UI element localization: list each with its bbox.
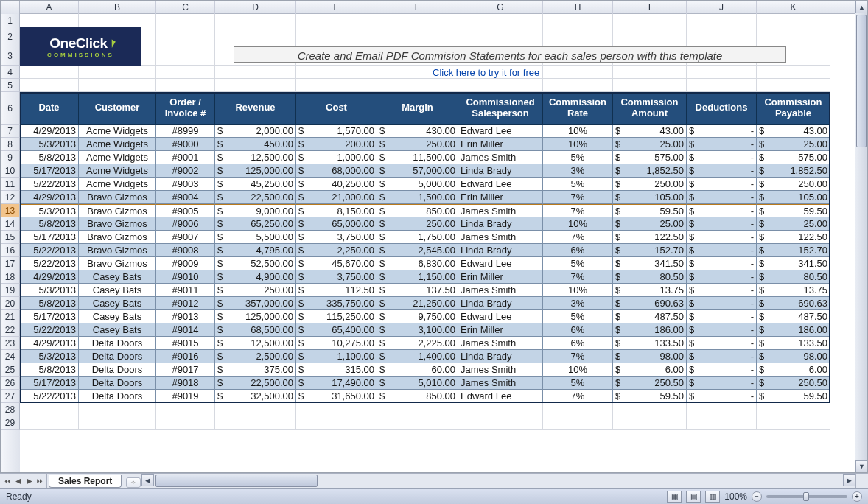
row-header-23[interactable]: 23: [1, 337, 20, 350]
cell[interactable]: #9010: [156, 270, 215, 284]
cell[interactable]: $2,500.00: [215, 350, 296, 363]
cell[interactable]: Delta Doors: [79, 350, 156, 363]
cell[interactable]: $6,830.00: [377, 257, 458, 270]
cell[interactable]: Linda Brady: [458, 217, 543, 231]
cell[interactable]: $850.00: [377, 204, 458, 217]
cell[interactable]: $-: [687, 390, 757, 403]
row-header-17[interactable]: 17: [1, 257, 20, 270]
column-header-I[interactable]: I: [613, 1, 687, 14]
cell[interactable]: $430.00: [377, 125, 458, 138]
cell[interactable]: #9019: [156, 390, 215, 403]
cell[interactable]: $2,545.00: [377, 244, 458, 257]
cell[interactable]: $80.50: [613, 270, 687, 284]
cell[interactable]: $10,275.00: [296, 337, 377, 350]
cell[interactable]: [687, 14, 757, 27]
row-header-25[interactable]: 25: [1, 363, 20, 377]
cell[interactable]: $-: [687, 257, 757, 270]
row-header-9[interactable]: 9: [1, 151, 20, 164]
cell[interactable]: Edward Lee: [458, 257, 543, 270]
row-header-26[interactable]: 26: [1, 377, 20, 390]
cell[interactable]: $17,490.00: [296, 377, 377, 390]
cell[interactable]: $21,250.00: [377, 297, 458, 310]
column-header-G[interactable]: G: [458, 1, 543, 14]
cell[interactable]: [296, 66, 377, 79]
cell[interactable]: Acme Widgets: [79, 164, 156, 178]
column-header-C[interactable]: C: [156, 1, 215, 14]
cell[interactable]: [215, 27, 296, 46]
cell[interactable]: $45,250.00: [215, 178, 296, 191]
cell[interactable]: Bravo Gizmos: [79, 231, 156, 244]
cell[interactable]: [757, 403, 830, 416]
select-all-corner[interactable]: [1, 1, 20, 14]
column-header-A[interactable]: A: [20, 1, 79, 14]
vscroll-track[interactable]: [855, 13, 867, 460]
cell[interactable]: [757, 79, 830, 92]
cells[interactable]: DateCustomerOrder / Invoice #RevenueCost…: [20, 14, 855, 472]
cell[interactable]: 5/22/2013: [20, 323, 79, 337]
row-header-18[interactable]: 18: [1, 270, 20, 284]
cell[interactable]: [687, 403, 757, 416]
table-header[interactable]: Deductions: [687, 92, 757, 125]
cell[interactable]: Delta Doors: [79, 363, 156, 377]
cell[interactable]: Bravo Gizmos: [79, 244, 156, 257]
cell[interactable]: $59.50: [613, 390, 687, 403]
cell[interactable]: Erin Miller: [458, 138, 543, 151]
cell[interactable]: Casey Bats: [79, 310, 156, 323]
cell[interactable]: $5,500.00: [215, 231, 296, 244]
cell[interactable]: 5/8/2013: [20, 217, 79, 231]
cell[interactable]: $9,750.00: [377, 310, 458, 323]
row-header-1[interactable]: 1: [1, 14, 20, 27]
cell[interactable]: #9002: [156, 164, 215, 178]
cell[interactable]: #8999: [156, 125, 215, 138]
cell[interactable]: $98.00: [757, 350, 830, 363]
cell[interactable]: Edward Lee: [458, 178, 543, 191]
cell[interactable]: [377, 14, 458, 27]
row-header-29[interactable]: 29: [1, 416, 20, 430]
cell[interactable]: $375.00: [215, 363, 296, 377]
cell[interactable]: 6%: [543, 337, 613, 350]
cell[interactable]: 5/22/2013: [20, 390, 79, 403]
cell[interactable]: $186.00: [613, 323, 687, 337]
cell[interactable]: $65,250.00: [215, 217, 296, 231]
cell[interactable]: [377, 79, 458, 92]
tab-next-icon[interactable]: ▶: [25, 476, 34, 486]
cell[interactable]: $341.50: [757, 257, 830, 270]
cell[interactable]: $2,000.00: [215, 125, 296, 138]
cell[interactable]: [543, 79, 613, 92]
cell[interactable]: #9014: [156, 323, 215, 337]
view-page-break-icon[interactable]: ▥: [705, 491, 720, 503]
cell[interactable]: [79, 66, 156, 79]
cell[interactable]: 5/8/2013: [20, 363, 79, 377]
cell[interactable]: $690.63: [613, 297, 687, 310]
cell[interactable]: $-: [687, 270, 757, 284]
cell[interactable]: $690.63: [757, 297, 830, 310]
cell[interactable]: $487.50: [757, 310, 830, 323]
table-header[interactable]: Date: [20, 92, 79, 125]
row-header-24[interactable]: 24: [1, 350, 20, 363]
cell[interactable]: $-: [687, 323, 757, 337]
cell[interactable]: $125,000.00: [215, 310, 296, 323]
cell[interactable]: #9015: [156, 337, 215, 350]
hscroll-thumb[interactable]: [155, 475, 318, 487]
cell[interactable]: $5,000.00: [377, 178, 458, 191]
cell[interactable]: [458, 14, 543, 27]
cell[interactable]: 4/29/2013: [20, 191, 79, 204]
cell[interactable]: 5/3/2013: [20, 138, 79, 151]
cell[interactable]: 7%: [543, 350, 613, 363]
cell[interactable]: Casey Bats: [79, 270, 156, 284]
row-header-10[interactable]: 10: [1, 164, 20, 178]
cell[interactable]: $57,000.00: [377, 164, 458, 178]
cell[interactable]: [377, 27, 458, 46]
cell[interactable]: $-: [687, 138, 757, 151]
cell[interactable]: $-: [687, 377, 757, 390]
cell[interactable]: [20, 416, 79, 430]
cell[interactable]: Bravo Gizmos: [79, 257, 156, 270]
cell[interactable]: [543, 416, 613, 430]
cell[interactable]: $122.50: [757, 231, 830, 244]
cell[interactable]: $105.00: [613, 191, 687, 204]
cell[interactable]: [458, 79, 543, 92]
row-header-20[interactable]: 20: [1, 297, 20, 310]
cell[interactable]: [613, 416, 687, 430]
cell[interactable]: [20, 79, 79, 92]
cell[interactable]: [20, 66, 79, 79]
